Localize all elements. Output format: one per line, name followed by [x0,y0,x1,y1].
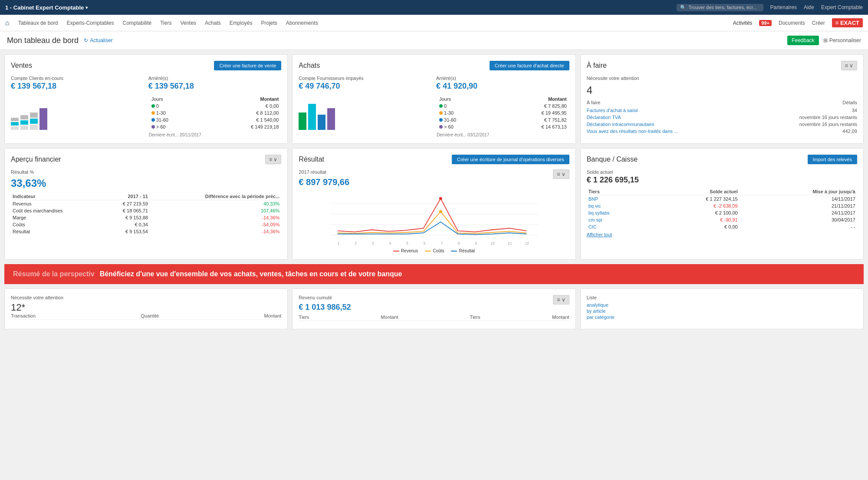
nav-tiers[interactable]: Tiers [160,20,171,26]
expert-compte-link[interactable]: Expert Comptable [821,4,863,10]
ventes-compte: Compte Clients en-cours € 139 567,18 [11,76,144,91]
afaire-detail-1: novembre 16 jours restants [799,115,857,120]
achats-compte-label: Compte Fournisseurs impayés [299,76,432,81]
afaire-col-afaire: À faire [587,100,601,105]
ventes-aging-table: Jours Montant 0 € 0,00 1-30 € 8 112,00 3… [149,95,282,137]
afaire-menu-button[interactable]: ≡ ∨ [841,61,857,70]
fin-row-2: Marge € 9 153,88 -14,36% [11,214,281,221]
banque-maj-1: 21/11/2017 [740,202,857,209]
achats-aging-table: Jours Montant 0 € 7 825,80 1-30 € 19 495… [437,95,569,137]
resultat-title: Résultat [299,156,324,163]
afaire-row-3: Vous avez des résultats non-traités dans… [587,128,857,135]
banque-row-4: CIC € 0,00 - - [587,223,857,230]
achats-amounts: Compte Fournisseurs impayés € 49 746,70 … [299,76,569,91]
nav-projets[interactable]: Projets [261,20,277,26]
apercu-header: Aperçu financier ≡ ∨ [11,155,281,164]
page-header: Mon tableau de bord ↻ Actualiser Feedbac… [0,31,868,50]
bar-segment-blue [318,115,326,130]
banque-tiers-link-2[interactable]: bq syllabs [589,210,610,215]
nav-ventes[interactable]: Ventes [180,20,196,26]
banque-tiers-link-3[interactable]: cm spi [589,217,602,222]
create-vente-button[interactable]: Créer une facture de vente [214,61,281,70]
bottom-necessite-label: Nécessite votre attention [11,295,281,300]
ventes-compte-label: Compte Clients en-cours [11,76,144,81]
create-achat-button[interactable]: Créer une facture d'achat directe [490,61,569,70]
achat-bar-3 [318,115,326,130]
liste-link-by-article[interactable]: by article [587,308,857,314]
nav-tableaux-bord[interactable]: Tableaux de bord [18,20,58,26]
aide-link[interactable]: Aide [804,4,814,10]
achat-bar-2 [308,104,316,130]
legend-couts-label: Coûts [433,248,444,253]
svg-text:8: 8 [458,241,460,245]
col-tiers2: Tiers [470,314,480,320]
revenu-amount: € 1 013 986,52 [299,303,351,312]
banque-solde-2: € 2 100,00 [650,209,740,216]
apercu-menu-button[interactable]: ≡ ∨ [265,155,281,164]
liste-link-par-categorie[interactable]: par catégorie [587,314,857,320]
refresh-button[interactable]: ↻ Actualiser [84,37,113,43]
banque-solde-1: € -2 638,09 [650,202,740,209]
liste-link-analytique[interactable]: analytique [587,302,857,308]
achats-aging-row-3: > 60 € 14 673,13 [437,124,569,130]
personalise-label: Personnaliser [829,37,861,43]
import-releves-button[interactable]: Import des relevés [808,155,857,164]
banque-row-3: cm spi € -90,91 30/04/2017 [587,216,857,223]
search-bar[interactable]: 🔍 Trouver des tiers, factures, écr... [677,4,763,11]
bottom-middle-menu-button[interactable]: ≡ ∨ [553,295,569,305]
nav-employes[interactable]: Employés [230,20,253,26]
achats-compte: Compte Fournisseurs impayés € 49 746,70 [299,76,432,91]
col-montant2: Montant [552,314,569,320]
nav-comptabilite[interactable]: Comptabilité [122,20,151,26]
afaire-link-3[interactable]: Vous avez des résultats non-traités dans… [587,129,679,134]
promo-bar: Résumé de la perspectiv Bénéficiez d'une… [4,264,864,284]
creer-link[interactable]: Créer [812,20,825,26]
personalise-button[interactable]: ⊞ Personnaliser [823,37,861,43]
afaire-col-details: Détails [842,100,857,105]
activites-badge[interactable]: 99+ [759,20,772,26]
afaire-detail-2: novembre 16 jours restants [799,122,857,127]
bar-segment [30,113,38,118]
resultat-card: Résultat Créer une écriture de journal d… [292,148,575,260]
achat-bar-4 [327,108,335,130]
banque-tiers-link-0[interactable]: BNP [589,196,598,202]
activites-label: Activités [733,20,753,26]
aging-row-2: 31-60 € 1 540,00 [150,117,281,123]
nav-achats[interactable]: Achats [205,20,221,26]
afaire-link-2[interactable]: Déclaration intracommunautaire [587,122,654,127]
resultat-menu-button[interactable]: ≡ ∨ [553,169,569,179]
bar-segment-purple [39,108,47,130]
afficher-tout-link[interactable]: Afficher tout [587,232,857,237]
nav-experts-comptables[interactable]: Experts-Comptables [67,20,114,26]
ventes-derniere: Dernière écrit... 20/11/2017 [149,132,282,137]
banque-row-1: bq vic € -2 638,09 21/11/2017 [587,202,857,209]
achats-arriere-label: Arriéré(s) [436,76,569,81]
create-journal-button[interactable]: Créer une écriture de journal d'opératio… [452,155,569,164]
banque-maj-2: 24/11/2017 [740,209,857,216]
bar-group-1 [11,118,19,130]
nav-abonnements[interactable]: Abonnements [286,20,318,26]
banque-solde-label: Solde actuel [587,169,857,175]
afaire-link-0[interactable]: Factures d'achat à saisir [587,108,638,113]
banque-tiers-link-1[interactable]: bq vic [589,203,601,209]
company-name[interactable]: 1 - Cabinet Expert Comptable ▾ [5,4,88,11]
feedback-button[interactable]: Feedback [787,36,819,45]
svg-text:7: 7 [441,241,443,245]
second-nav: ⌂ Tableaux de bord Experts-Comptables Co… [0,15,868,31]
documents-link[interactable]: Documents [779,20,805,26]
svg-point-16 [439,197,442,200]
home-icon[interactable]: ⌂ [5,19,10,27]
partenaires-link[interactable]: Partenaires [770,4,797,10]
banque-table: Tiers Solde actuel Mise à jour jusqu'à B… [587,188,857,230]
afaire-detail-3: 442,09 [842,129,857,134]
banque-tiers-link-4[interactable]: CIC [589,224,597,229]
banque-card: Banque / Caisse Import des relevés Solde… [580,148,864,260]
afaire-link-1[interactable]: Déclaration TVA [587,115,621,120]
ventes-arriere-amount: € 139 567,18 [148,82,282,91]
refresh-icon: ↻ [84,37,88,43]
resultat-header: Résultat Créer une écriture de journal d… [299,155,569,164]
bar-segment [20,126,28,130]
col-indicateur: Indicateur [11,193,101,200]
legend-revenus: Revenus [393,248,418,253]
legend-couts-line [425,251,431,252]
